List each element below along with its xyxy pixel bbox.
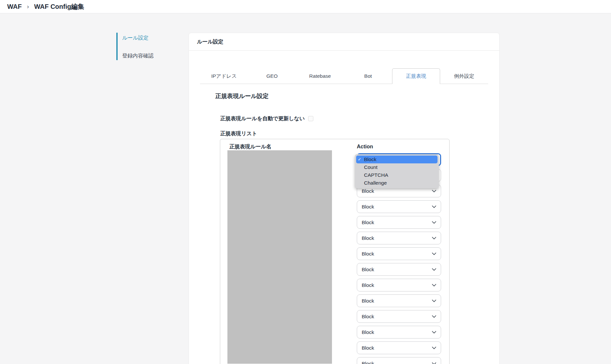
auto-update-checkbox[interactable]	[308, 116, 313, 121]
column-header-action: Action	[357, 143, 373, 150]
stepper: ルール設定 登録内容確認	[116, 33, 154, 60]
tab-geo[interactable]: GEO	[248, 68, 296, 84]
card-title: ルール設定	[189, 33, 499, 51]
chevron-down-icon	[432, 315, 436, 318]
waf-config-screen: WAF › WAF Config編集 ルール設定 登録内容確認 ルール設定 IP…	[0, 0, 611, 364]
action-select-value: Block	[362, 235, 374, 241]
action-select-row-4[interactable]: Block	[357, 200, 441, 213]
action-select-row-5[interactable]: Block	[357, 216, 441, 229]
action-select-row-8[interactable]: Block	[357, 263, 441, 276]
action-dropdown-menu: ✓ Block ✓ Count ✓ CAPTCHA ✓ Challenge	[355, 154, 439, 188]
stepper-item-confirm[interactable]: 登録内容確認	[122, 53, 154, 59]
regex-list-label: 正規表現リスト	[220, 130, 257, 137]
chevron-down-icon	[432, 284, 436, 287]
waf-config-card: ルール設定 IPアドレス GEO Ratebase Bot 正規表現 例外設定 …	[189, 33, 500, 364]
dropdown-option-captcha[interactable]: ✓ CAPTCHA	[356, 171, 438, 179]
tab-ratebase[interactable]: Ratebase	[296, 68, 344, 84]
action-select-value: Block	[362, 314, 374, 320]
action-select-value: Block	[362, 251, 374, 257]
chevron-down-icon	[432, 300, 436, 302]
action-select-row-13[interactable]: Block	[357, 341, 441, 354]
section-heading: 正規表現ルール設定	[215, 92, 269, 100]
action-select-value: Block	[362, 188, 374, 194]
dropdown-option-label: Block	[364, 156, 376, 163]
chevron-down-icon	[432, 362, 436, 364]
chevron-down-icon	[432, 206, 436, 208]
dropdown-option-block[interactable]: ✓ Block	[356, 156, 438, 163]
checkmark-icon: ✓	[358, 156, 364, 163]
tab-ip-address[interactable]: IPアドレス	[200, 68, 248, 84]
action-select-row-9[interactable]: Block	[357, 279, 441, 291]
breadcrumb-separator-icon: ›	[27, 3, 29, 10]
action-select-row-7[interactable]: Block	[357, 247, 441, 260]
action-select-row-12[interactable]: Block	[357, 326, 441, 339]
action-select-row-10[interactable]: Block	[357, 294, 441, 307]
regex-rule-names-placeholder	[227, 150, 332, 364]
tab-bar: IPアドレス GEO Ratebase Bot 正規表現 例外設定	[200, 68, 488, 84]
chevron-down-icon	[432, 331, 436, 334]
chevron-down-icon	[432, 190, 436, 192]
action-select-value: Block	[362, 345, 374, 351]
tab-bot[interactable]: Bot	[344, 68, 392, 84]
chevron-down-icon	[432, 253, 436, 255]
breadcrumb-root[interactable]: WAF	[7, 3, 22, 10]
dropdown-option-count[interactable]: ✓ Count	[356, 163, 438, 171]
action-select-row-6[interactable]: Block	[357, 232, 441, 244]
action-select-value: Block	[362, 329, 374, 335]
dropdown-option-label: CAPTCHA	[364, 171, 388, 179]
action-select-value: Block	[362, 361, 374, 364]
dropdown-option-label: Count	[364, 163, 377, 171]
dropdown-option-label: Challenge	[364, 179, 387, 187]
tab-regex[interactable]: 正規表現	[392, 68, 440, 84]
regex-list-box: 正規表現ルール名 Action Block Block Block Block	[220, 139, 450, 364]
action-select-value: Block	[362, 204, 374, 210]
action-select-value: Block	[362, 282, 374, 288]
breadcrumb-current: WAF Config編集	[34, 2, 84, 11]
action-select-value: Block	[362, 298, 374, 304]
auto-update-row: 正規表現ルールを自動で更新しない	[220, 115, 313, 122]
action-select-value: Block	[362, 267, 374, 273]
action-select-row-14[interactable]: Block	[357, 357, 441, 364]
breadcrumb: WAF › WAF Config編集	[0, 0, 611, 13]
chevron-down-icon	[432, 221, 436, 224]
chevron-down-icon	[432, 347, 436, 349]
column-header-rule-name: 正規表現ルール名	[229, 143, 272, 150]
dropdown-option-challenge[interactable]: ✓ Challenge	[356, 179, 438, 187]
action-select-value: Block	[362, 220, 374, 225]
auto-update-label: 正規表現ルールを自動で更新しない	[220, 115, 305, 122]
chevron-down-icon	[432, 268, 436, 271]
tab-exceptions[interactable]: 例外設定	[440, 68, 488, 84]
action-select-row-11[interactable]: Block	[357, 310, 441, 323]
chevron-down-icon	[432, 237, 436, 240]
stepper-item-rule-settings[interactable]: ルール設定	[122, 35, 154, 41]
